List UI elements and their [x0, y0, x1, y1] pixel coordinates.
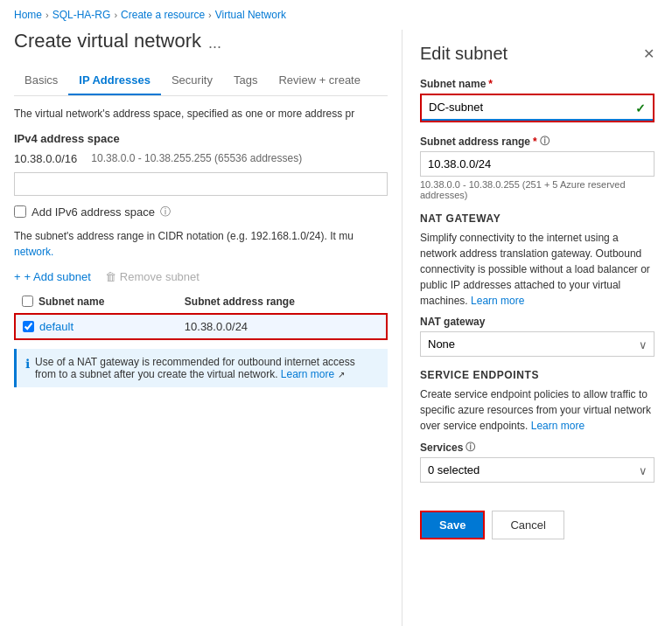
ipv6-checkbox-row: Add IPv6 address space ⓘ [14, 205, 388, 219]
breadcrumb-create[interactable]: Create a resource [121, 9, 205, 21]
subnet-address-range-input[interactable] [420, 151, 654, 177]
nat-learn-more[interactable]: Learn more [471, 295, 524, 307]
nat-info-box: ℹ Use of a NAT gateway is recommended fo… [14, 349, 388, 387]
ipv4-value: 10.38.0.0/16 [14, 152, 77, 165]
right-panel: Edit subnet ✕ Subnet name * ✓ Subnet add… [402, 30, 672, 626]
tab-tags[interactable]: Tags [223, 66, 268, 95]
trash-icon: 🗑 [105, 270, 116, 283]
subnet-name-link[interactable]: default [39, 320, 74, 333]
cidr-info-link[interactable]: network. [14, 246, 53, 258]
nat-gateway-field: NAT gateway None ∨ [420, 316, 654, 357]
nat-gateway-label: NAT gateway [420, 316, 654, 328]
remove-subnet-button[interactable]: 🗑 Remove subnet [105, 270, 200, 283]
breadcrumb-home[interactable]: Home [14, 9, 42, 21]
ipv6-info-icon: ⓘ [160, 205, 171, 219]
checkmark-icon: ✓ [635, 101, 646, 115]
ipv6-label: Add IPv6 address space [32, 205, 155, 219]
ipv6-checkbox[interactable] [14, 205, 26, 218]
subnet-range-cell: 10.38.0.0/24 [178, 314, 387, 339]
add-subnet-label: + Add subnet [24, 270, 91, 283]
subnet-name-label: Subnet name * [420, 78, 654, 90]
services-select[interactable]: 0 selected [420, 457, 654, 483]
address-row: 10.38.0.0/16 10.38.0.0 - 10.38.255.255 (… [14, 152, 388, 165]
remove-subnet-label: Remove subnet [120, 270, 200, 283]
page-title: Create virtual network [14, 30, 201, 52]
subnet-actions: + + Add subnet 🗑 Remove subnet [14, 270, 388, 283]
services-label: Services ⓘ [420, 441, 654, 454]
service-endpoints-desc: Create service endpoint policies to allo… [420, 386, 654, 434]
nat-gateway-select-wrapper: None ∨ [420, 331, 654, 357]
col-name-header: Subnet name [15, 290, 178, 314]
services-info-icon: ⓘ [466, 441, 475, 454]
required-star-2: * [533, 136, 537, 148]
subnet-name-field: Subnet name * ✓ [420, 78, 654, 122]
nat-gateway-select[interactable]: None [420, 331, 654, 357]
required-star: * [488, 78, 493, 90]
page-title-dots[interactable]: ... [208, 34, 221, 52]
close-button[interactable]: ✕ [643, 45, 654, 62]
address-range-info-icon: ⓘ [540, 135, 550, 148]
panel-footer: Save Cancel [420, 500, 654, 539]
nat-learn-more-link[interactable]: Learn more [281, 368, 334, 380]
address-range-hint: 10.38.0.0 - 10.38.0.255 (251 + 5 Azure r… [420, 179, 654, 200]
save-button[interactable]: Save [420, 511, 485, 539]
add-subnet-button[interactable]: + + Add subnet [14, 270, 91, 283]
left-panel: Create virtual network ... Basics IP Add… [0, 30, 402, 626]
section-desc: The virtual network's address space, spe… [14, 107, 388, 122]
ipv4-address-input[interactable] [14, 172, 388, 196]
info-circle-icon: ℹ [25, 357, 30, 371]
breadcrumb-vnet[interactable]: Virtual Network [215, 9, 286, 21]
breadcrumb-sep-1: › [46, 10, 49, 20]
breadcrumb-rg[interactable]: SQL-HA-RG [52, 9, 111, 21]
subnet-address-range-label: Subnet address range * ⓘ [420, 135, 654, 148]
col1-label: Subnet name [38, 296, 104, 308]
panel-title: Edit subnet [420, 44, 508, 64]
tab-basics[interactable]: Basics [14, 66, 68, 95]
service-learn-more[interactable]: Learn more [531, 420, 584, 432]
external-link-icon: ↗ [338, 370, 345, 379]
tab-bar: Basics IP Addresses Security Tags Review… [14, 66, 388, 96]
select-all-checkbox[interactable] [22, 296, 33, 307]
breadcrumb-sep-3: › [208, 10, 212, 20]
ipv4-range: 10.38.0.0 - 10.38.255.255 (65536 address… [91, 152, 302, 164]
services-select-wrapper: 0 selected ∨ [420, 457, 654, 483]
tab-security[interactable]: Security [161, 66, 223, 95]
cancel-button[interactable]: Cancel [492, 511, 564, 539]
tab-review-create[interactable]: Review + create [268, 66, 371, 95]
add-icon: + [14, 270, 21, 283]
subnet-table: Subnet name Subnet address range default… [14, 290, 388, 340]
tab-ip-addresses[interactable]: IP Addresses [68, 66, 161, 95]
subnet-name-cell: default [15, 314, 178, 339]
nat-gateway-heading: NAT GATEWAY [420, 212, 654, 225]
panel-header: Edit subnet ✕ [420, 44, 654, 64]
services-field: Services ⓘ 0 selected ∨ [420, 441, 654, 483]
subnet-table-row[interactable]: default 10.38.0.0/24 [15, 314, 387, 339]
breadcrumb-sep-2: › [114, 10, 117, 20]
cidr-info-text: The subnet's address range in CIDR notat… [14, 228, 388, 260]
breadcrumb: Home › SQL-HA-RG › Create a resource › V… [0, 0, 672, 30]
col-range-header: Subnet address range [178, 290, 387, 314]
subnet-name-input[interactable] [422, 95, 653, 121]
subnet-row-checkbox[interactable] [23, 321, 34, 332]
service-endpoints-heading: SERVICE ENDPOINTS [420, 369, 654, 381]
ipv4-title: IPv4 address space [14, 132, 388, 145]
subnet-address-range-field: Subnet address range * ⓘ 10.38.0.0 - 10.… [420, 135, 654, 200]
subnet-name-input-wrapper: ✓ [420, 94, 654, 122]
nat-desc: Simplify connectivity to the internet us… [420, 230, 654, 309]
